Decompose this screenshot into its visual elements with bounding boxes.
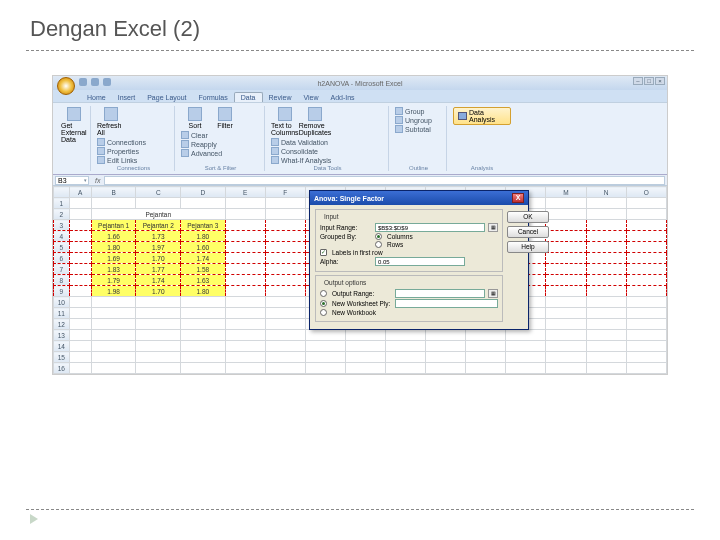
- tab-view[interactable]: View: [297, 93, 324, 102]
- alpha-label: Alpha:: [320, 258, 372, 265]
- tab-formulas[interactable]: Formulas: [193, 93, 234, 102]
- dialog-title-text: Anova: Single Factor: [314, 195, 384, 202]
- table-title: Pejantan: [91, 209, 225, 220]
- name-box[interactable]: B3: [55, 176, 89, 185]
- minimize-button[interactable]: –: [633, 77, 643, 85]
- labels-checkbox[interactable]: [320, 249, 327, 256]
- new-worksheet-radio[interactable]: [320, 300, 327, 307]
- help-button[interactable]: Help: [507, 241, 549, 253]
- range-picker-icon[interactable]: ▦: [488, 223, 498, 232]
- refresh-all-button[interactable]: Refresh All: [97, 107, 125, 136]
- input-range-label: Input Range:: [320, 224, 372, 231]
- input-range-field[interactable]: [375, 223, 485, 232]
- properties-button[interactable]: Properties: [97, 147, 146, 155]
- dialog-titlebar[interactable]: Anova: Single Factor X: [310, 191, 528, 205]
- text-to-columns-button[interactable]: Text to Columns: [271, 107, 299, 136]
- select-all-corner[interactable]: [54, 187, 70, 198]
- titlebar: h2ANOVA - Microsoft Excel – □ ×: [53, 76, 667, 90]
- alpha-field[interactable]: [375, 257, 465, 266]
- excel-window: h2ANOVA - Microsoft Excel – □ × Home Ins…: [52, 75, 668, 375]
- remove-duplicates-button[interactable]: Remove Duplicates: [301, 107, 329, 136]
- anova-dialog: Anova: Single Factor X Input Input Range…: [309, 190, 529, 330]
- fx-icon[interactable]: fx: [95, 177, 100, 184]
- formula-bar-row: B3 fx: [53, 175, 667, 186]
- grouped-by-label: Grouped By:: [320, 233, 372, 240]
- tab-data[interactable]: Data: [234, 92, 263, 102]
- output-group-label: Output options: [322, 279, 368, 286]
- tab-insert[interactable]: Insert: [112, 93, 142, 102]
- maximize-button[interactable]: □: [644, 77, 654, 85]
- quick-access-toolbar[interactable]: [79, 78, 111, 86]
- window-title: h2ANOVA - Microsoft Excel: [317, 80, 402, 87]
- cancel-button[interactable]: Cancel: [507, 226, 549, 238]
- col-header[interactable]: A: [69, 187, 91, 198]
- filter-button[interactable]: Filter: [211, 107, 239, 129]
- office-button[interactable]: [57, 77, 75, 95]
- reapply-button[interactable]: Reapply: [181, 140, 222, 148]
- clear-button[interactable]: Clear: [181, 131, 222, 139]
- tab-home[interactable]: Home: [81, 93, 112, 102]
- data-analysis-button[interactable]: Data Analysis: [453, 107, 511, 125]
- output-range-field[interactable]: [395, 289, 485, 298]
- ok-button[interactable]: OK: [507, 211, 549, 223]
- ribbon-tabs: Home Insert Page Layout Formulas Data Re…: [53, 90, 667, 102]
- subtotal-button[interactable]: Subtotal: [395, 125, 432, 133]
- editlinks-button[interactable]: Edit Links: [97, 156, 146, 164]
- connections-button[interactable]: Connections: [97, 138, 146, 146]
- rows-radio[interactable]: [375, 241, 382, 248]
- formula-bar[interactable]: [104, 176, 665, 185]
- tab-addins[interactable]: Add-Ins: [325, 93, 361, 102]
- dialog-close-button[interactable]: X: [512, 193, 524, 203]
- ribbon: Get External Data Refresh All Connection…: [53, 102, 667, 175]
- sort-button[interactable]: Sort: [181, 107, 209, 129]
- slide-title: Dengan Excel (2): [0, 0, 720, 50]
- ungroup-button[interactable]: Ungroup: [395, 116, 432, 124]
- tab-pagelayout[interactable]: Page Layout: [141, 93, 192, 102]
- data-validation-button[interactable]: Data Validation: [271, 138, 331, 146]
- whatif-button[interactable]: What-If Analysis: [271, 156, 331, 164]
- get-external-data-button[interactable]: Get External Data: [61, 107, 87, 143]
- close-button[interactable]: ×: [655, 77, 665, 85]
- tab-review[interactable]: Review: [263, 93, 298, 102]
- group-button[interactable]: Group: [395, 107, 432, 115]
- columns-radio[interactable]: [375, 233, 382, 240]
- new-worksheet-field[interactable]: [395, 299, 498, 308]
- advanced-button[interactable]: Advanced: [181, 149, 222, 157]
- input-group-label: Input: [322, 213, 340, 220]
- divider-bottom: [26, 509, 694, 510]
- slide-marker-icon: [30, 514, 38, 524]
- worksheet-grid[interactable]: ABCDEFGHIJKLMNO 1 2Pejantan 3Pejantan 1P…: [53, 186, 667, 374]
- consolidate-button[interactable]: Consolidate: [271, 147, 331, 155]
- divider-top: [26, 50, 694, 51]
- output-range-radio[interactable]: [320, 290, 327, 297]
- new-workbook-radio[interactable]: [320, 309, 327, 316]
- output-range-picker-icon[interactable]: ▦: [488, 289, 498, 298]
